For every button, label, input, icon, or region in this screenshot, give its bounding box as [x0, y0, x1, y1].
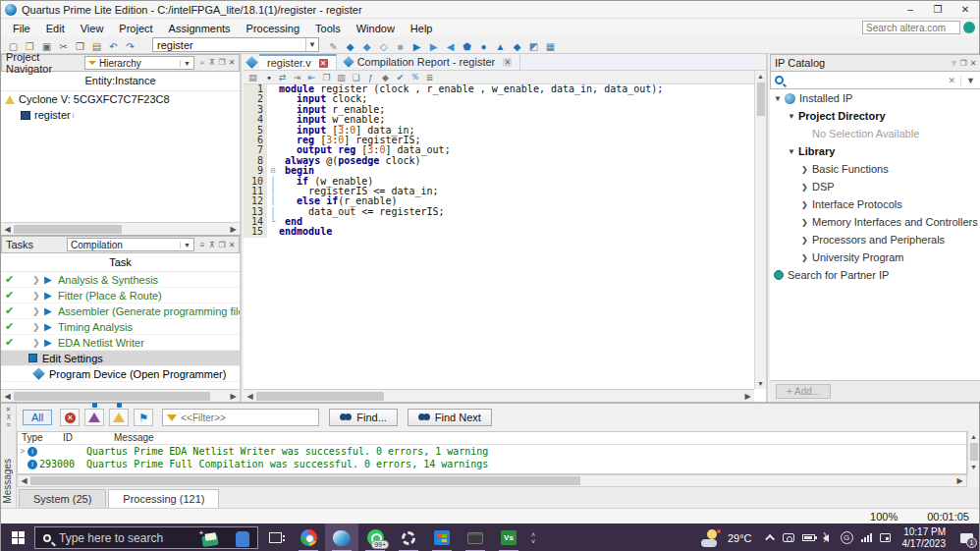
- scroll-right-icon[interactable]: ▶: [741, 392, 754, 401]
- indent-icon[interactable]: ⇥: [291, 72, 303, 83]
- all-messages-button[interactable]: All: [23, 410, 52, 425]
- close-panel-icon[interactable]: ✕: [968, 59, 978, 68]
- maximize-button[interactable]: ❐: [924, 1, 952, 18]
- tasks-hscrollbar[interactable]: ◀ ▶: [1, 389, 240, 402]
- taskbar-search[interactable]: Type here to search ✦: [34, 526, 258, 549]
- ip-item[interactable]: Search for Partner IP: [770, 266, 980, 284]
- task-item[interactable]: Program Device (Open Programmer): [1, 366, 240, 382]
- menu-tools[interactable]: Tools: [307, 21, 349, 36]
- message-row[interactable]: >iQuartus Prime EDA Netlist Writer was s…: [18, 445, 966, 458]
- clear-search-icon[interactable]: ✕: [944, 76, 962, 85]
- wifi-icon[interactable]: [861, 533, 872, 542]
- close-tab-icon[interactable]: ✕: [503, 58, 512, 67]
- menu-processing[interactable]: Processing: [239, 21, 307, 36]
- float-icon[interactable]: ❐: [217, 58, 227, 68]
- programmer-icon[interactable]: ▲: [493, 39, 508, 53]
- info-filter-button[interactable]: ⚑: [134, 409, 153, 426]
- undo-icon[interactable]: ↶: [106, 39, 121, 53]
- menu-project[interactable]: Project: [111, 21, 160, 36]
- copy-line-icon[interactable]: ❐: [320, 72, 333, 83]
- hierarchy-item[interactable]: Cyclone V: 5CGXFC7C7F23C8: [1, 91, 240, 107]
- pin-planner-icon[interactable]: ●: [476, 39, 491, 53]
- project-navigator-hscrollbar[interactable]: ◀ ▶: [1, 222, 240, 235]
- find-next-button[interactable]: Find Next: [408, 409, 492, 426]
- close-panel-icon[interactable]: ✕: [227, 58, 237, 68]
- ip-item[interactable]: ❯Processors and Peripherals: [770, 231, 980, 248]
- start-compilation-icon[interactable]: ▶: [409, 39, 424, 53]
- ip-item[interactable]: ❯DSP: [770, 178, 980, 195]
- outdent-icon[interactable]: ⇤: [305, 72, 318, 83]
- scroll-up-icon[interactable]: ▲: [755, 71, 766, 80]
- battery-icon[interactable]: [802, 534, 815, 541]
- compile-design-icon[interactable]: ◆: [343, 39, 357, 53]
- close-tab-icon[interactable]: ✕: [319, 59, 328, 68]
- chevron-down-icon[interactable]: ▼: [305, 38, 318, 51]
- code-editor[interactable]: 1module register (clock , r_enable , w_e…: [244, 84, 754, 389]
- taskbar-app-store[interactable]: [425, 523, 459, 551]
- ip-item[interactable]: ▼Project Directory: [770, 107, 980, 125]
- hierarchy-item[interactable]: registeri: [1, 107, 240, 123]
- menu-window[interactable]: Window: [349, 21, 403, 36]
- ip-item[interactable]: ▼Library: [770, 142, 980, 160]
- taskbar-app-quartus[interactable]: [325, 523, 358, 551]
- taskbar-app-chrome[interactable]: [292, 523, 325, 551]
- people-icon[interactable]: [783, 533, 794, 542]
- replace-icon[interactable]: ⇄: [276, 72, 289, 83]
- ip-item[interactable]: ❯University Program: [770, 248, 980, 266]
- minimize-button[interactable]: –: [897, 1, 924, 18]
- chevron-down-icon[interactable]: ▼: [180, 242, 193, 248]
- filter-menu-icon[interactable]: ▼: [961, 76, 980, 85]
- task-item[interactable]: ✔❯▶Timing Analysis: [1, 319, 240, 335]
- taskbar-app-task-view[interactable]: [258, 523, 292, 551]
- tab-register-v[interactable]: register.v✕: [259, 54, 337, 70]
- fitter-icon[interactable]: ◇: [376, 39, 391, 53]
- add-ip-button[interactable]: + Add...: [776, 384, 831, 399]
- scroll-up-icon[interactable]: ▲: [968, 431, 979, 440]
- taskbar-app-whatsapp[interactable]: 99+: [358, 523, 392, 551]
- task-flow-selector[interactable]: Compilation ▼: [67, 238, 194, 251]
- taskbar-clock[interactable]: 10:17 PM 4/17/2023: [902, 526, 947, 550]
- messages-tab-system[interactable]: System (25): [19, 489, 106, 508]
- ip-search-input[interactable]: [788, 75, 944, 85]
- scroll-left-icon[interactable]: ◀: [1, 392, 14, 401]
- syntax-check-icon[interactable]: ✔: [394, 72, 407, 83]
- paste-icon[interactable]: ▤: [89, 39, 104, 53]
- scroll-right-icon[interactable]: ▶: [227, 225, 240, 234]
- search-icon[interactable]: ⌕: [197, 58, 207, 68]
- pin-icon[interactable]: ⊼: [1, 413, 16, 421]
- project-selector[interactable]: register ▼: [152, 37, 319, 52]
- pin-icon[interactable]: ⊼: [207, 58, 217, 68]
- task-item[interactable]: ✔❯▶Analysis & Synthesis: [1, 272, 240, 288]
- scroll-left-icon[interactable]: ◀: [18, 476, 30, 485]
- find-icon[interactable]: ●●: [261, 72, 274, 83]
- analysis-synthesis-icon[interactable]: ◆: [359, 39, 374, 53]
- menu-icon[interactable]: ≡: [1, 421, 16, 428]
- eda-netlist-icon[interactable]: ▦: [543, 39, 558, 53]
- find-button[interactable]: Find...: [329, 409, 398, 426]
- g-circle-icon[interactable]: G: [841, 531, 853, 544]
- message-row[interactable]: i293000Quartus Prime Full Compilation wa…: [18, 458, 966, 470]
- stop-processing-icon[interactable]: ■: [393, 39, 408, 53]
- taskbar-app-green-vs-app[interactable]: Vs: [492, 523, 525, 551]
- pen-tablet-icon[interactable]: [880, 533, 891, 542]
- notification-center-button[interactable]: 1: [953, 523, 979, 551]
- task-item[interactable]: Edit Settings: [1, 351, 240, 366]
- chip-planner-icon[interactable]: ◆: [510, 39, 524, 53]
- menu-file[interactable]: File: [5, 21, 38, 36]
- critical-warning-filter-button[interactable]: [84, 409, 104, 426]
- ip-item[interactable]: ❯Interface Protocols: [770, 195, 980, 213]
- menu-help[interactable]: Help: [403, 21, 441, 36]
- volume-icon[interactable]: [823, 534, 833, 542]
- taskbar-app-black-box-app[interactable]: [459, 523, 492, 551]
- scroll-down-icon[interactable]: ▼: [970, 464, 977, 470]
- error-filter-button[interactable]: ✕: [60, 409, 80, 426]
- comment-icon[interactable]: ％: [408, 72, 421, 83]
- timing-analyzer-icon[interactable]: ◩: [526, 39, 541, 53]
- taskbar-app-settings[interactable]: [392, 523, 425, 551]
- messages-hscrollbar[interactable]: ◀ ▶: [17, 474, 967, 487]
- word-wrap-icon[interactable]: ≣: [423, 72, 436, 83]
- message-filter-input[interactable]: [181, 413, 318, 423]
- task-item[interactable]: ✔❯▶Fitter (Place & Route): [1, 288, 240, 303]
- menu-edit[interactable]: Edit: [38, 21, 73, 36]
- taskbar-overflow-chevrons[interactable]: ˄˅: [531, 531, 535, 545]
